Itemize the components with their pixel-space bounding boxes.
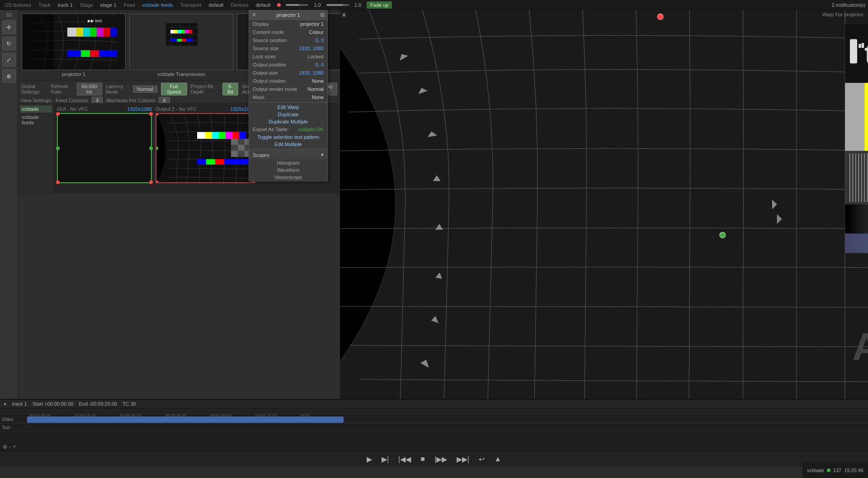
view-settings-label: View Settings: xyxy=(21,98,52,103)
svg-rect-61 xyxy=(862,43,864,48)
vcblade-transmission-thumb[interactable] xyxy=(129,14,233,70)
feed-value[interactable]: vcblade feeds xyxy=(141,2,175,8)
play-button[interactable]: ▶ xyxy=(365,454,373,465)
output-rotation-value[interactable]: None xyxy=(312,78,324,84)
notifications[interactable]: 2 notification(s) xyxy=(831,2,865,8)
timeline-end: End -00:09:20.00 xyxy=(79,401,117,407)
text-track-row: Text xyxy=(0,424,868,432)
scale-tool-button[interactable]: ⤢ xyxy=(2,53,16,66)
feed-sidebar: vcblade vcblade feeds xyxy=(18,104,54,194)
gui-preview[interactable] xyxy=(57,113,152,183)
scopes-header[interactable]: Scopes ▾ xyxy=(249,150,327,159)
rotate-tool-button[interactable]: ↻ xyxy=(2,37,16,50)
up-button[interactable]: ▲ xyxy=(493,454,503,464)
gui-output-title: GUI - No VFC 1920x1080 xyxy=(57,106,152,112)
zoom-plus-button[interactable]: + xyxy=(13,444,16,450)
output-size-value[interactable]: 1920, 1080 xyxy=(299,70,324,76)
output-render-label: Output render mode xyxy=(253,86,297,92)
move-tool-button[interactable]: ✛ xyxy=(2,20,16,34)
play-next-button[interactable]: ▶| xyxy=(380,454,390,465)
svg-rect-60 xyxy=(859,44,861,48)
projector1-thumb-container: ▶▶ test projector 1 xyxy=(22,14,126,77)
svg-rect-26 xyxy=(197,132,205,139)
display-value: projector 1 xyxy=(300,21,324,27)
edit-multiple-button[interactable]: Edit Multiple xyxy=(249,141,327,148)
feed-label: Feed xyxy=(122,2,137,8)
latency-fullspeed-button[interactable]: Full Speed xyxy=(161,83,187,95)
feed-columns-label: Feed Columns xyxy=(56,98,89,103)
source-position-row: Source position 0, 0 xyxy=(249,36,327,44)
gui-output: GUI - No VFC 1920x1080 xyxy=(57,106,152,191)
track-value[interactable]: track 1 xyxy=(56,2,75,8)
global-settings-label: Global Settings: xyxy=(21,84,47,95)
loop-button[interactable]: ↩ xyxy=(477,454,486,465)
transport-value[interactable]: default xyxy=(207,2,225,8)
svg-rect-40 xyxy=(231,151,238,157)
duplicate-button[interactable]: Duplicate xyxy=(249,111,327,118)
feed-sidebar-vcblade[interactable]: vcblade xyxy=(20,105,52,113)
content-mode-label: Content mode xyxy=(253,29,284,35)
warp-close-button[interactable]: ✕ xyxy=(341,11,347,19)
lock-sizes-row: Lock sizes Locked xyxy=(249,52,327,61)
latency-normal-button[interactable]: Normal xyxy=(133,85,157,93)
output-rotation-label: Output rotation xyxy=(253,78,286,84)
svg-rect-5 xyxy=(97,28,104,37)
popup-close-button[interactable]: ✕ xyxy=(252,12,256,18)
stage-label: Stage xyxy=(78,2,95,8)
output2-preview[interactable] xyxy=(156,113,255,183)
refresh-rate-label: Refresh Rate xyxy=(51,84,73,95)
edit-warp-button[interactable]: Edit Warp xyxy=(249,104,327,111)
text-track-content[interactable] xyxy=(27,424,868,431)
3d-label: 3D xyxy=(6,13,12,18)
source-size-value[interactable]: 1920, 1080 xyxy=(299,46,324,51)
project-bit-button[interactable]: 8-Bit xyxy=(222,83,238,95)
popup-divider1 xyxy=(249,102,327,103)
gui-output-label: GUI - No VFC xyxy=(57,106,88,112)
content-mode-value: Colour xyxy=(309,29,324,35)
export-as-table-value[interactable]: vcblade OK xyxy=(298,127,324,132)
skip-end-button[interactable]: ▶▶| xyxy=(455,454,471,465)
output2-feed: Output 2 - No VFC 1920x1080 xyxy=(156,106,255,191)
waveform-item[interactable]: Waveform xyxy=(249,166,327,174)
warp-grid[interactable]: test xyxy=(340,10,868,399)
histogram-item[interactable]: Histogram xyxy=(249,159,327,166)
source-size-label: Source size xyxy=(253,46,278,51)
projector-popup: ✕ projector 1 ⊞ Display projector 1 Cont… xyxy=(249,10,328,181)
fade-up-button[interactable]: Fade up xyxy=(367,1,392,9)
devices-label: Devices xyxy=(229,2,250,8)
video-track-content[interactable] xyxy=(27,416,868,423)
source-position-value[interactable]: 0, 0 xyxy=(316,38,324,43)
output2-label: Output 2 - No VFC xyxy=(156,106,197,112)
popup-expand-button[interactable]: ⊞ xyxy=(320,12,325,18)
skip-prev-button[interactable]: |◀◀ xyxy=(397,454,412,465)
duplicate-multiple-button[interactable]: Duplicate Multiple xyxy=(249,118,327,125)
devices-value[interactable]: default xyxy=(254,2,272,8)
vectorscope-item[interactable]: Vectorscope xyxy=(249,174,327,181)
output-rotation-row: Output rotation None xyxy=(249,77,327,85)
zoom-fit-button[interactable]: ⊕ xyxy=(3,444,7,450)
skip-next-button[interactable]: |▶▶ xyxy=(433,454,448,465)
svg-rect-21 xyxy=(189,30,192,33)
toggle-selection-button[interactable]: Toggle selection test pattern xyxy=(249,133,327,141)
display-row: Display projector 1 xyxy=(249,20,327,28)
stop-button[interactable]: ■ xyxy=(419,454,426,464)
output2-output-title: Output 2 - No VFC 1920x1080 xyxy=(156,106,255,112)
volume-slider[interactable] xyxy=(286,4,308,6)
latency-mode-label: Latency Mode xyxy=(106,84,129,95)
refresh-rate-button[interactable]: 60.000 Hz xyxy=(77,83,102,95)
output-render-value[interactable]: Normal xyxy=(308,86,324,92)
zoom-minus-button[interactable]: - xyxy=(9,444,11,450)
global-tool-button[interactable]: ⊕ xyxy=(2,69,16,83)
svg-rect-27 xyxy=(205,132,212,139)
svg-rect-123 xyxy=(845,234,868,253)
stage-value[interactable]: stage 1 xyxy=(99,2,118,8)
output-position-value[interactable]: 0, 0 xyxy=(316,62,324,67)
mask-value[interactable]: None xyxy=(312,95,324,100)
audio-slider[interactable] xyxy=(326,4,349,6)
video-track-row: Video xyxy=(0,416,868,424)
svg-rect-9 xyxy=(81,50,90,57)
svg-rect-3 xyxy=(83,28,90,37)
projector1-thumb[interactable]: ▶▶ test xyxy=(22,14,126,70)
feed-sidebar-vcblade-feeds[interactable]: vcblade feeds xyxy=(20,114,52,126)
svg-rect-7 xyxy=(110,28,117,37)
